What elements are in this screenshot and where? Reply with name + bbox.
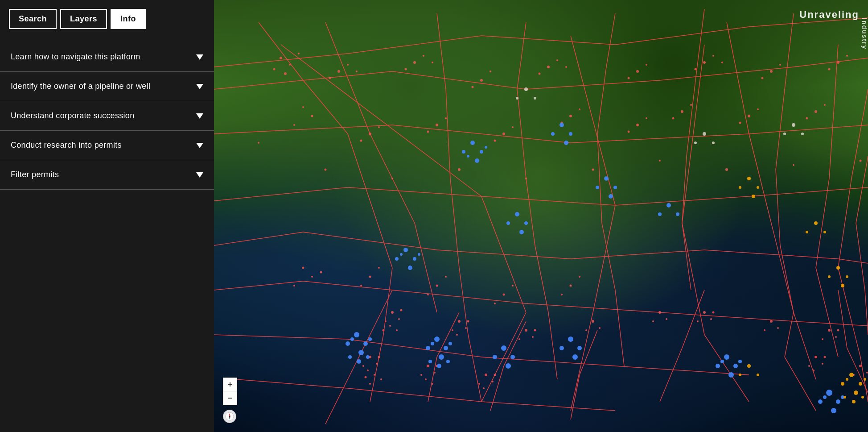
svg-point-204 bbox=[452, 329, 453, 331]
accordion-header-owner[interactable]: Identify the owner of a pipeline or well bbox=[0, 72, 214, 101]
svg-point-222 bbox=[374, 374, 375, 376]
svg-point-182 bbox=[320, 271, 322, 274]
svg-line-42 bbox=[392, 125, 571, 143]
accordion-header-succession[interactable]: Understand corporate succession bbox=[0, 101, 214, 130]
svg-point-135 bbox=[721, 62, 723, 63]
accordion-item-filter[interactable]: Filter permits bbox=[0, 160, 214, 190]
svg-point-215 bbox=[666, 318, 667, 320]
svg-point-157 bbox=[636, 124, 639, 126]
zoom-out-button[interactable]: − bbox=[223, 391, 237, 405]
svg-point-192 bbox=[570, 285, 572, 287]
svg-line-51 bbox=[303, 232, 437, 250]
svg-point-163 bbox=[748, 115, 750, 117]
info-button[interactable]: Info bbox=[111, 9, 146, 29]
svg-point-244 bbox=[828, 329, 831, 332]
svg-point-287 bbox=[350, 337, 354, 341]
svg-point-140 bbox=[846, 55, 848, 57]
svg-point-283 bbox=[354, 332, 359, 337]
svg-point-245 bbox=[835, 336, 837, 338]
map-area[interactable]: Unraveling Industry + − bbox=[214, 0, 868, 432]
accordion-header-permits[interactable]: Conduct research into permits bbox=[0, 131, 214, 160]
svg-point-176 bbox=[725, 168, 728, 171]
accordion-header-filter[interactable]: Filter permits bbox=[0, 160, 214, 189]
svg-point-130 bbox=[646, 64, 647, 66]
svg-line-95 bbox=[571, 375, 580, 420]
svg-point-331 bbox=[841, 284, 844, 287]
svg-point-323 bbox=[739, 186, 741, 189]
svg-point-206 bbox=[456, 334, 458, 336]
svg-point-279 bbox=[395, 257, 399, 261]
svg-point-269 bbox=[609, 194, 613, 199]
svg-line-103 bbox=[838, 179, 852, 268]
zoom-in-button[interactable]: + bbox=[223, 378, 237, 391]
svg-line-2 bbox=[481, 36, 615, 45]
svg-point-159 bbox=[628, 131, 630, 133]
accordion-label-filter: Filter permits bbox=[11, 170, 59, 179]
svg-line-61 bbox=[794, 321, 868, 326]
svg-line-57 bbox=[303, 281, 392, 290]
svg-line-60 bbox=[660, 312, 794, 321]
svg-point-220 bbox=[378, 356, 380, 358]
accordion-item-navigate[interactable]: Learn how to navigate this platform bbox=[0, 42, 214, 72]
svg-point-183 bbox=[369, 276, 371, 278]
svg-line-37 bbox=[776, 89, 785, 170]
accordion-item-permits[interactable]: Conduct research into permits bbox=[0, 131, 214, 160]
svg-line-41 bbox=[214, 125, 392, 134]
svg-line-94 bbox=[580, 330, 597, 375]
svg-point-273 bbox=[515, 212, 519, 216]
svg-line-69 bbox=[682, 223, 704, 335]
svg-point-281 bbox=[400, 253, 403, 256]
svg-point-243 bbox=[764, 329, 765, 331]
svg-point-298 bbox=[437, 364, 441, 368]
svg-point-120 bbox=[405, 68, 407, 71]
svg-point-328 bbox=[836, 266, 840, 270]
svg-point-315 bbox=[826, 390, 832, 396]
svg-point-282 bbox=[418, 253, 420, 256]
search-button[interactable]: Search bbox=[9, 9, 57, 29]
svg-point-162 bbox=[672, 117, 675, 120]
svg-point-339 bbox=[843, 396, 846, 399]
svg-line-98 bbox=[785, 312, 794, 357]
compass[interactable] bbox=[223, 410, 236, 423]
accordion-item-succession[interactable]: Understand corporate succession bbox=[0, 101, 214, 131]
svg-line-12 bbox=[303, 80, 348, 134]
svg-point-221 bbox=[367, 370, 369, 371]
svg-point-322 bbox=[757, 186, 759, 189]
svg-line-97 bbox=[660, 348, 682, 402]
svg-point-218 bbox=[376, 363, 378, 365]
svg-point-148 bbox=[436, 124, 438, 126]
svg-line-78 bbox=[749, 134, 771, 223]
svg-point-180 bbox=[311, 276, 313, 278]
svg-point-290 bbox=[348, 355, 352, 359]
svg-line-68 bbox=[682, 45, 704, 223]
svg-line-1 bbox=[348, 36, 481, 54]
svg-point-242 bbox=[777, 327, 779, 329]
accordion-label-permits: Conduct research into permits bbox=[11, 141, 122, 150]
svg-point-224 bbox=[380, 378, 382, 380]
accordion-header-navigate[interactable]: Learn how to navigate this platform bbox=[0, 42, 214, 71]
svg-point-213 bbox=[585, 329, 587, 331]
svg-point-219 bbox=[362, 365, 364, 367]
svg-point-252 bbox=[813, 370, 815, 371]
svg-point-332 bbox=[849, 373, 854, 377]
svg-point-197 bbox=[385, 320, 387, 322]
svg-point-293 bbox=[444, 346, 448, 350]
svg-point-179 bbox=[302, 267, 304, 269]
svg-point-340 bbox=[861, 396, 864, 399]
svg-point-249 bbox=[822, 363, 823, 365]
svg-point-190 bbox=[512, 285, 514, 287]
svg-point-304 bbox=[506, 363, 511, 369]
svg-line-32 bbox=[695, 9, 704, 80]
svg-line-15 bbox=[383, 268, 392, 335]
svg-point-284 bbox=[363, 341, 368, 346]
accordion-item-owner[interactable]: Identify the owner of a pipeline or well bbox=[0, 72, 214, 101]
svg-point-346 bbox=[516, 97, 518, 100]
svg-line-84 bbox=[236, 379, 348, 388]
svg-line-7 bbox=[392, 71, 526, 89]
layers-button[interactable]: Layers bbox=[60, 9, 107, 29]
svg-point-263 bbox=[569, 132, 572, 136]
svg-point-137 bbox=[779, 64, 781, 66]
svg-line-71 bbox=[829, 45, 838, 179]
svg-line-38 bbox=[776, 170, 780, 245]
svg-line-36 bbox=[785, 13, 794, 89]
